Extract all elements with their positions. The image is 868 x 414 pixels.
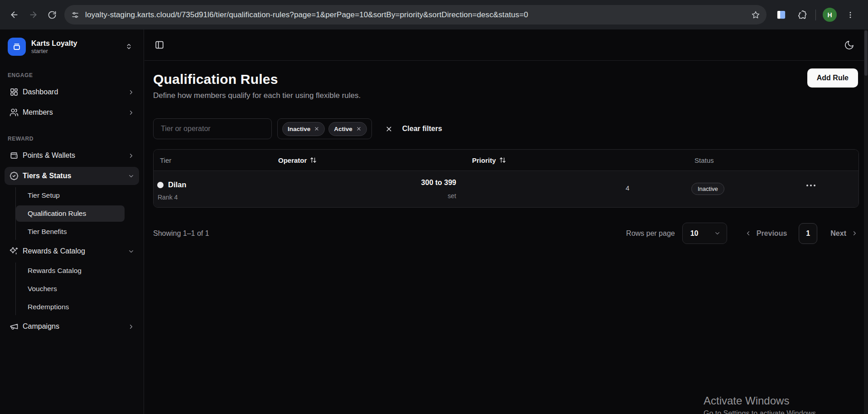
- screen: loyalty-staging.karts.cloud/t/735d91l6/t…: [0, 0, 868, 414]
- remove-chip-icon[interactable]: [356, 126, 362, 132]
- pagination-row: Showing 1–1 of 1 Rows per page 10 Previo…: [153, 223, 858, 244]
- table-row[interactable]: Dilan Rank 4 300 to 399 set 4 Inactive: [154, 171, 858, 207]
- sidebar-item-tiers-status[interactable]: Tiers & Status: [5, 167, 139, 185]
- sidebar-item-tier-benefits[interactable]: Tier Benefits: [16, 224, 125, 240]
- chevron-down-icon: [128, 248, 135, 255]
- chevron-right-icon: [128, 109, 135, 116]
- chevron-down-icon: [714, 230, 721, 237]
- sidebar-item-label: Dashboard: [23, 88, 58, 96]
- column-header-priority[interactable]: Priority: [472, 156, 506, 164]
- main-area: Qualification Rules Define how members q…: [145, 29, 868, 414]
- sidebar-item-label: Tiers & Status: [23, 172, 71, 180]
- sidebar: Karts Loyalty starter ENGAGE Dashboard M…: [0, 29, 144, 414]
- browser-toolbar: loyalty-staging.karts.cloud/t/735d91l6/t…: [0, 0, 868, 29]
- sidebar-item-rewards-catalog[interactable]: Rewards Catalog: [16, 263, 125, 279]
- users-icon: [10, 108, 19, 117]
- address-bar[interactable]: loyalty-staging.karts.cloud/t/735d91l6/t…: [64, 5, 767, 24]
- url-text: loyalty-staging.karts.cloud/t/735d91l6/t…: [85, 10, 747, 19]
- wallet-icon: [10, 151, 19, 160]
- clear-filters-button[interactable]: Clear filters: [402, 125, 442, 133]
- sidebar-item-label: Qualification Rules: [28, 209, 86, 218]
- rules-table: Tier Operator Priority Status Dilan: [153, 149, 859, 208]
- filters-row: Inactive Active Clear filte: [153, 118, 858, 139]
- chevron-left-icon: [745, 230, 752, 237]
- page-subtitle: Define how members qualify for each tier…: [153, 91, 361, 100]
- dashboard-grid-icon: [10, 88, 19, 97]
- badge-check-icon: [10, 171, 19, 180]
- column-header-label: Operator: [278, 156, 307, 164]
- sidebar-item-points-wallets[interactable]: Points & Wallets: [5, 146, 139, 165]
- status-badge: Inactive: [691, 183, 724, 195]
- operator-value: 300 to 399: [154, 179, 456, 187]
- sidebar-item-redemptions[interactable]: Redemptions: [16, 299, 125, 315]
- row-actions-button[interactable]: [806, 185, 815, 186]
- table-header: Tier Operator Priority Status: [154, 150, 858, 171]
- activate-windows-watermark: Activate Windows Go to Settings to activ…: [704, 395, 818, 414]
- next-label: Next: [830, 229, 846, 238]
- column-header-operator[interactable]: Operator: [278, 156, 317, 164]
- app-topbar: [145, 29, 868, 61]
- workspace-switcher[interactable]: Karts Loyalty starter: [0, 29, 144, 60]
- watermark-line1: Activate Windows: [704, 395, 818, 407]
- workspace-name: Karts Loyalty: [31, 39, 77, 48]
- sidebar-item-label: Tier Benefits: [28, 228, 67, 236]
- sidebar-item-label: Redemptions: [28, 303, 69, 311]
- sidebar-item-label: Tier Setup: [28, 191, 60, 200]
- previous-page-button[interactable]: Previous: [745, 229, 787, 238]
- profile-avatar[interactable]: H: [823, 8, 837, 22]
- column-header-tier: Tier: [160, 156, 171, 164]
- filter-chip-active[interactable]: Active: [328, 122, 367, 136]
- panel-left-toggle-icon[interactable]: [154, 40, 164, 50]
- sidebar-item-label: Vouchers: [28, 285, 57, 293]
- close-x-icon[interactable]: [385, 125, 393, 133]
- chevron-right-icon: [128, 152, 135, 159]
- back-icon[interactable]: [5, 5, 24, 24]
- scrollbar-track[interactable]: [864, 29, 868, 414]
- side-panel-icon[interactable]: [776, 10, 786, 20]
- chrome-menu-icon[interactable]: [846, 11, 854, 19]
- section-label-engage: ENGAGE: [0, 60, 144, 83]
- forward-icon[interactable]: [24, 5, 43, 24]
- bookmark-star-icon[interactable]: [751, 10, 760, 19]
- next-page-button[interactable]: Next: [830, 229, 858, 238]
- rows-per-page-value: 10: [690, 229, 699, 238]
- page-title: Qualification Rules: [153, 72, 361, 87]
- rows-per-page-label: Rows per page: [626, 229, 675, 238]
- section-label-reward: REWARD: [0, 124, 144, 146]
- sidebar-item-members[interactable]: Members: [5, 103, 139, 122]
- chevron-right-icon: [128, 89, 135, 96]
- sidebar-item-label: Points & Wallets: [23, 151, 75, 160]
- sidebar-item-qualification-rules[interactable]: Qualification Rules: [16, 205, 125, 222]
- sidebar-item-label: Campaigns: [23, 322, 59, 331]
- remove-chip-icon[interactable]: [314, 126, 319, 132]
- scrollbar-thumb[interactable]: [864, 30, 868, 76]
- workspace-plan: starter: [31, 48, 77, 55]
- sidebar-item-campaigns[interactable]: Campaigns: [5, 317, 139, 336]
- current-page-indicator[interactable]: 1: [799, 223, 817, 244]
- rows-per-page-select[interactable]: 10: [682, 223, 727, 244]
- sidebar-item-rewards-catalog-group[interactable]: Rewards & Catalog: [5, 242, 139, 260]
- moon-icon[interactable]: [844, 40, 854, 50]
- page-content: Qualification Rules Define how members q…: [145, 61, 868, 244]
- sidebar-item-dashboard[interactable]: Dashboard: [5, 83, 139, 101]
- previous-label: Previous: [757, 229, 787, 238]
- filter-chip-inactive[interactable]: Inactive: [282, 122, 325, 136]
- search-input[interactable]: [153, 118, 272, 139]
- sidebar-item-label: Rewards Catalog: [28, 267, 82, 275]
- reload-icon[interactable]: [43, 5, 62, 24]
- sort-arrows-icon: [499, 157, 506, 164]
- sidebar-item-vouchers[interactable]: Vouchers: [16, 281, 125, 297]
- priority-value: 4: [626, 184, 629, 192]
- add-rule-button[interactable]: Add Rule: [807, 68, 858, 88]
- sort-arrows-icon: [310, 157, 317, 164]
- site-settings-icon[interactable]: [71, 11, 79, 19]
- sidebar-item-tier-setup[interactable]: Tier Setup: [16, 187, 125, 204]
- chip-label: Inactive: [288, 126, 310, 132]
- unfold-chevrons-icon[interactable]: [125, 43, 132, 50]
- status-filter-chips: Inactive Active: [277, 118, 372, 139]
- toolbar-divider: [815, 10, 816, 20]
- chevron-right-icon: [851, 230, 858, 237]
- operator-type: set: [154, 192, 456, 200]
- extensions-icon[interactable]: [798, 10, 808, 20]
- column-header-status: Status: [694, 156, 714, 164]
